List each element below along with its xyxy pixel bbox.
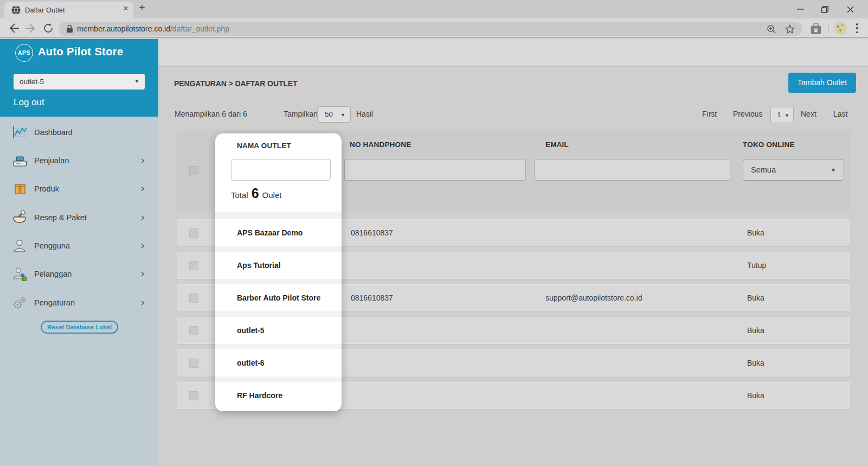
outlet-select[interactable]: outlet-5 ▼: [14, 74, 145, 90]
tab-title: Daftar Outlet: [25, 6, 65, 14]
url-path: /daftar_outlet.php: [170, 24, 229, 33]
address-bar[interactable]: member.autopilotstore.co.id/daftar_outle…: [59, 22, 802, 36]
aps-logo: APS: [15, 44, 33, 62]
card-name-cell: outlet-5: [215, 317, 342, 344]
page-size-select[interactable]: 50 ▼: [317, 106, 351, 123]
browser-window: Daftar Outlet × + member.autopilotstore.…: [0, 0, 868, 466]
bookmark-star-icon[interactable]: [785, 24, 795, 34]
browser-menu-icon[interactable]: [856, 23, 858, 33]
column-header-name: NAMA OUTLET: [237, 142, 291, 150]
breadcrumb: PENGATURAN > DAFTAR OUTLET: [174, 79, 297, 88]
pagination-first[interactable]: First: [702, 110, 717, 118]
toolbar-divider: [828, 24, 828, 33]
url-text: member.autopilotstore.co.id/daftar_outle…: [77, 24, 229, 33]
chevron-right-icon: ›: [141, 147, 144, 173]
row-checkbox[interactable]: [189, 293, 198, 303]
back-button[interactable]: [8, 22, 20, 34]
add-outlet-button[interactable]: Tambah Outlet: [788, 73, 856, 93]
sidebar-item-label: Dashboard: [34, 119, 73, 146]
window-restore-button[interactable]: [821, 0, 828, 18]
cell-status: Buka: [747, 382, 764, 408]
card-name-cell: APS Bazaar Demo: [215, 219, 342, 246]
chevron-right-icon: ›: [141, 260, 144, 286]
showing-count-text: Menampilkan 6 dari 6: [175, 110, 247, 118]
online-filter-select[interactable]: Semua ▼: [743, 159, 844, 181]
cell-name: outlet-6: [237, 349, 265, 376]
forward-button[interactable]: [24, 22, 36, 34]
online-filter-value: Semua: [751, 165, 776, 174]
card-name-cell: Barber Auto Pilot Store: [215, 284, 342, 311]
mortar-icon: [12, 209, 28, 226]
cell-phone: 0816610837: [351, 285, 393, 311]
sidebar-item-pelanggan[interactable]: Pelanggan›: [0, 260, 158, 288]
page-number-select[interactable]: 1 ▼: [770, 107, 794, 123]
sidebar-item-penjualan[interactable]: Penjualan›: [0, 147, 158, 174]
tampilkan-label: Tampilkan: [284, 110, 318, 118]
card-gap: [215, 376, 342, 382]
sidebar-item-dashboard[interactable]: Dashboard: [0, 119, 158, 146]
row-checkbox[interactable]: [189, 228, 198, 238]
row-checkbox[interactable]: [189, 391, 198, 400]
card-gap: [215, 212, 342, 219]
tab-close-icon[interactable]: ×: [119, 3, 132, 14]
cell-name: RF Hardcore: [237, 382, 282, 409]
window-close-button[interactable]: [847, 0, 854, 18]
sidebar-item-produk[interactable]: Produk›: [0, 175, 158, 202]
reload-button[interactable]: [42, 22, 54, 34]
browser-tab[interactable]: Daftar Outlet ×: [4, 2, 133, 18]
email-filter-input[interactable]: [534, 159, 730, 181]
row-checkbox[interactable]: [189, 326, 198, 335]
window-minimize-button[interactable]: [797, 0, 804, 18]
pagination-previous[interactable]: Previous: [733, 110, 762, 118]
register-icon: [12, 152, 28, 169]
lock-icon: [66, 24, 73, 34]
favicon-globe-icon: [11, 5, 21, 15]
profile-avatar[interactable]: [834, 22, 847, 35]
zoom-icon[interactable]: [767, 24, 776, 34]
card-gap: [215, 311, 342, 317]
sidebar-item-label: Pengguna: [34, 232, 70, 259]
sidebar-item-pengaturan[interactable]: Pengaturan›: [0, 289, 158, 316]
browser-tab-bar: Daftar Outlet × +: [0, 0, 868, 18]
url-domain: member.autopilotstore.co.id: [77, 24, 170, 33]
total-suffix: Oulet: [262, 190, 282, 200]
chevron-right-icon: ›: [141, 175, 144, 201]
phone-filter-input[interactable]: [344, 159, 526, 181]
new-tab-button[interactable]: +: [139, 2, 145, 14]
total-prefix: Total: [231, 190, 248, 200]
caret-down-icon: ▼: [340, 107, 345, 123]
card-name-cell: outlet-6: [215, 349, 342, 376]
pagination-last[interactable]: Last: [833, 110, 847, 118]
total-count: 6: [252, 186, 259, 201]
cell-status: Buka: [747, 285, 764, 311]
pagination-next[interactable]: Next: [801, 110, 816, 118]
cell-status: Buka: [747, 220, 764, 246]
cell-name: Aps Tutorial: [237, 252, 281, 279]
extension-bag-icon[interactable]: [810, 23, 822, 35]
sidebar-header: APS Auto Pilot Store outlet-5 ▼ Log out: [0, 39, 158, 117]
row-checkbox[interactable]: [189, 261, 198, 270]
sidebar-item-pengguna[interactable]: Pengguna›: [0, 232, 158, 259]
caret-down-icon: ▼: [134, 74, 139, 90]
sidebar-item-label: Pengaturan: [34, 289, 75, 316]
brand-title: Auto Pilot Store: [38, 46, 124, 58]
cell-status: Buka: [747, 317, 764, 343]
outlet-select-value: outlet-5: [20, 78, 44, 86]
row-checkbox[interactable]: [189, 359, 198, 368]
name-filter-input[interactable]: [231, 159, 331, 181]
sidebar-item-label: Produk: [34, 175, 59, 202]
card-gap: [215, 279, 342, 284]
chevron-right-icon: ›: [141, 204, 144, 230]
cell-email: support@autopilotstore.co.id: [545, 285, 642, 311]
gears-icon: [12, 295, 28, 311]
reset-database-button[interactable]: Reset Database Lokal: [41, 321, 118, 334]
chevron-right-icon: ›: [141, 232, 144, 258]
box-icon: [12, 181, 28, 197]
sidebar-item-resep-paket[interactable]: Resep & Paket›: [0, 204, 158, 231]
logout-link[interactable]: Log out: [14, 97, 44, 108]
cell-phone: 0816610837: [351, 220, 393, 246]
hasil-label: Hasil: [356, 110, 373, 118]
main-top-band: [158, 39, 868, 67]
browser-toolbar: member.autopilotstore.co.id/daftar_outle…: [0, 18, 868, 38]
select-all-checkbox[interactable]: [189, 166, 198, 175]
